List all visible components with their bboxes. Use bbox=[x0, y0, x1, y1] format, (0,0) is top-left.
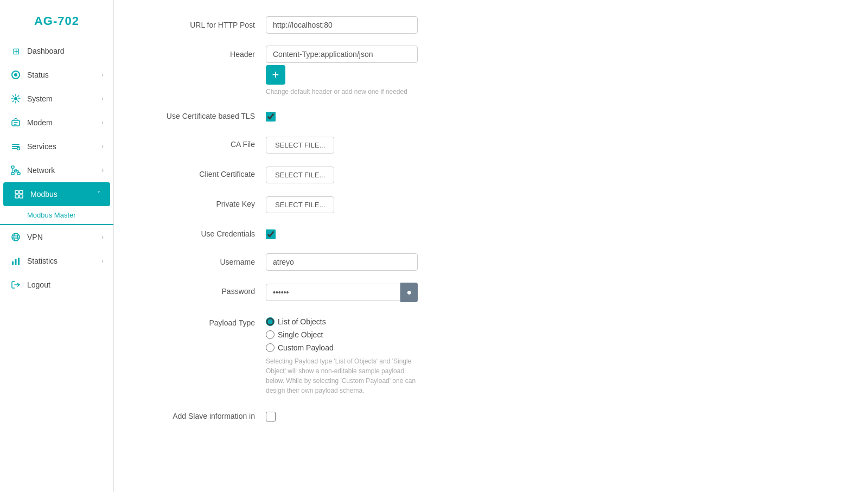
url-input[interactable] bbox=[266, 16, 418, 34]
client-cert-control: SELECT FILE... bbox=[266, 165, 418, 183]
radio-label: Custom Payload bbox=[278, 343, 334, 352]
modem-icon bbox=[10, 117, 22, 129]
client-cert-group: Client Certificate SELECT FILE... bbox=[146, 165, 835, 183]
username-label: Username bbox=[146, 253, 266, 266]
private-key-button[interactable]: SELECT FILE... bbox=[266, 196, 334, 213]
add-header-button[interactable]: + bbox=[266, 65, 285, 85]
sidebar-item-status[interactable]: Status › bbox=[0, 63, 113, 87]
dashboard-icon: ⊞ bbox=[10, 45, 22, 57]
header-label: Header bbox=[146, 46, 266, 59]
sidebar-item-label: Status bbox=[27, 71, 49, 79]
chevron-right-icon: › bbox=[101, 167, 104, 174]
header-control: + Change default header or add new one i… bbox=[266, 46, 418, 95]
tls-checkbox[interactable] bbox=[266, 112, 276, 122]
sidebar-item-label: Dashboard bbox=[27, 47, 65, 55]
radio-custom-payload[interactable]: Custom Payload bbox=[266, 343, 418, 352]
payload-type-group: Payload Type List of Objects Single Obje… bbox=[146, 314, 835, 395]
svg-point-1 bbox=[14, 73, 17, 76]
username-input[interactable] bbox=[266, 253, 418, 271]
svg-rect-16 bbox=[15, 259, 17, 265]
svg-rect-7 bbox=[11, 172, 14, 175]
modbus-icon bbox=[13, 188, 25, 200]
radio-label: List of Objects bbox=[278, 317, 326, 326]
tls-label: Use Certificate based TLS bbox=[146, 107, 266, 120]
private-key-control: SELECT FILE... bbox=[266, 195, 418, 213]
header-input[interactable] bbox=[266, 46, 418, 63]
private-key-label: Private Key bbox=[146, 195, 266, 208]
url-label: URL for HTTP Post bbox=[146, 16, 266, 29]
svg-rect-10 bbox=[20, 190, 23, 194]
ca-file-control: SELECT FILE... bbox=[266, 136, 418, 154]
client-cert-button[interactable]: SELECT FILE... bbox=[266, 167, 334, 183]
sidebar-item-label: Network bbox=[27, 166, 55, 175]
radio-single-object[interactable]: Single Object bbox=[266, 330, 418, 339]
statistics-icon bbox=[10, 255, 22, 267]
chevron-right-icon: › bbox=[101, 233, 104, 241]
sidebar-item-label: Logout bbox=[27, 280, 50, 289]
modbus-submenu: Modbus Master bbox=[0, 206, 113, 225]
add-slave-group: Add Slave information in bbox=[146, 407, 835, 424]
payload-type-control: List of Objects Single Object Custom Pay… bbox=[266, 314, 418, 395]
svg-point-2 bbox=[14, 97, 17, 100]
logout-icon bbox=[10, 279, 22, 291]
app-logo: AG-702 bbox=[0, 5, 113, 39]
sidebar-item-statistics[interactable]: Statistics › bbox=[0, 249, 113, 273]
services-icon bbox=[10, 140, 22, 152]
chevron-down-icon: ˅ bbox=[97, 190, 100, 198]
client-cert-label: Client Certificate bbox=[146, 165, 266, 178]
svg-rect-17 bbox=[18, 258, 20, 265]
payload-radio-group: List of Objects Single Object Custom Pay… bbox=[266, 314, 418, 352]
radio-single-input[interactable] bbox=[266, 330, 275, 339]
sidebar-item-system[interactable]: System › bbox=[0, 87, 113, 111]
sidebar-item-vpn[interactable]: VPN › bbox=[0, 225, 113, 249]
chevron-right-icon: › bbox=[101, 71, 104, 79]
payload-hint: Selecting Payload type 'List of Objects'… bbox=[266, 356, 418, 395]
credentials-group: Use Credentials bbox=[146, 225, 835, 241]
svg-rect-15 bbox=[12, 261, 14, 265]
private-key-group: Private Key SELECT FILE... bbox=[146, 195, 835, 213]
sidebar: AG-702 ⊞ Dashboard Status › System › Mod… bbox=[0, 0, 114, 492]
svg-rect-9 bbox=[15, 190, 18, 194]
svg-rect-11 bbox=[15, 195, 18, 198]
credentials-control bbox=[266, 225, 418, 241]
password-input[interactable] bbox=[266, 284, 400, 301]
radio-list-input[interactable] bbox=[266, 317, 275, 326]
chevron-right-icon: › bbox=[101, 119, 104, 126]
sidebar-item-label: Modem bbox=[27, 118, 53, 127]
sidebar-item-label: Statistics bbox=[27, 257, 58, 265]
add-slave-control bbox=[266, 407, 418, 424]
sidebar-item-network[interactable]: Network › bbox=[0, 158, 113, 182]
chevron-right-icon: › bbox=[101, 95, 104, 103]
ca-file-button[interactable]: SELECT FILE... bbox=[266, 137, 334, 154]
chevron-right-icon: › bbox=[101, 143, 104, 150]
chevron-right-icon: › bbox=[101, 257, 104, 265]
svg-rect-8 bbox=[17, 172, 20, 175]
credentials-checkbox[interactable] bbox=[266, 229, 276, 239]
status-icon bbox=[10, 69, 22, 81]
sidebar-item-modem[interactable]: Modem › bbox=[0, 111, 113, 135]
eye-icon: ● bbox=[406, 287, 412, 297]
sidebar-item-label: Services bbox=[27, 142, 56, 151]
header-group: Header + Change default header or add ne… bbox=[146, 46, 835, 95]
password-input-group: ● bbox=[266, 283, 418, 302]
header-hint: Change default header or add new one if … bbox=[266, 88, 418, 95]
password-group: Password ● bbox=[146, 283, 835, 302]
sidebar-item-label: Modbus bbox=[30, 190, 58, 199]
sidebar-item-logout[interactable]: Logout bbox=[0, 273, 113, 297]
tls-control bbox=[266, 107, 418, 124]
payload-type-label: Payload Type bbox=[146, 314, 266, 327]
toggle-password-button[interactable]: ● bbox=[400, 283, 418, 302]
add-slave-checkbox[interactable] bbox=[266, 412, 276, 421]
radio-custom-input[interactable] bbox=[266, 343, 275, 352]
sidebar-item-modbus[interactable]: Modbus ˅ bbox=[3, 182, 110, 206]
radio-label: Single Object bbox=[278, 330, 323, 339]
system-icon bbox=[10, 93, 22, 105]
radio-list-of-objects[interactable]: List of Objects bbox=[266, 317, 418, 326]
svg-rect-12 bbox=[20, 195, 23, 198]
sidebar-item-label: VPN bbox=[27, 233, 43, 241]
ca-file-group: CA File SELECT FILE... bbox=[146, 136, 835, 154]
sidebar-item-services[interactable]: Services › bbox=[0, 135, 113, 158]
sidebar-subitem-modbus-master[interactable]: Modbus Master bbox=[0, 206, 113, 225]
url-control bbox=[266, 16, 418, 34]
sidebar-item-dashboard[interactable]: ⊞ Dashboard bbox=[0, 39, 113, 63]
